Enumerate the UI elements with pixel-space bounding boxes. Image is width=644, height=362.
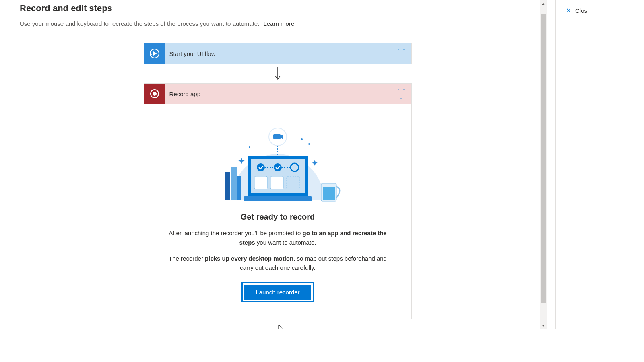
svg-point-16 — [274, 163, 282, 171]
text: After launching the recorder you'll be p… — [169, 230, 302, 237]
step-menu-button[interactable]: · · · — [395, 85, 411, 102]
record-paragraph-1: After launching the recorder you'll be p… — [169, 229, 387, 247]
svg-rect-28 — [323, 187, 335, 200]
launch-button-focus-ring: Launch recorder — [242, 282, 314, 302]
vertical-scrollbar[interactable]: ▲ ▼ — [540, 0, 547, 329]
svg-rect-25 — [231, 167, 237, 200]
page-subtitle: Use your mouse and keyboard to recreate … — [20, 20, 259, 27]
close-label: Clos — [575, 7, 587, 14]
text: The recorder — [169, 255, 205, 262]
cursor-icon — [277, 324, 285, 329]
step-header: Start your UI flow · · · — [144, 43, 411, 64]
close-icon: ✕ — [566, 7, 571, 14]
step-label: Start your UI flow — [165, 50, 395, 57]
launch-recorder-button[interactable]: Launch recorder — [244, 285, 311, 300]
step-start-ui-flow[interactable]: Start your UI flow · · · — [144, 43, 412, 64]
svg-rect-10 — [273, 134, 281, 139]
step-header[interactable]: Record app · · · — [144, 84, 411, 104]
record-paragraph-2: The recorder picks up every desktop moti… — [169, 254, 387, 272]
svg-point-8 — [249, 146, 250, 148]
right-panel: ✕ Clos — [555, 0, 644, 329]
record-body: Get ready to record After launching the … — [144, 104, 411, 319]
page-subtitle-row: Use your mouse and keyboard to recreate … — [20, 20, 536, 27]
flow-canvas: Start your UI flow · · · Record app — [144, 43, 412, 319]
scrollbar-thumb[interactable] — [541, 14, 546, 303]
svg-point-7 — [301, 138, 303, 140]
record-heading: Get ready to record — [169, 212, 387, 222]
scroll-down-arrow-icon[interactable]: ▼ — [540, 322, 547, 329]
svg-rect-26 — [237, 176, 242, 200]
learn-more-link[interactable]: Learn more — [264, 20, 295, 27]
svg-point-5 — [153, 92, 157, 96]
play-circle-icon — [144, 43, 165, 64]
svg-rect-23 — [244, 196, 312, 201]
svg-rect-21 — [270, 176, 283, 189]
svg-rect-24 — [225, 172, 230, 200]
svg-point-6 — [308, 143, 310, 145]
recorder-illustration — [209, 116, 346, 204]
step-menu-button[interactable]: · · · — [395, 45, 411, 62]
step-record-app: Record app · · · — [144, 83, 412, 319]
svg-point-15 — [257, 163, 265, 171]
text: you want to automate. — [255, 239, 316, 246]
record-circle-icon — [144, 84, 165, 104]
page-content: Record and edit steps Use your mouse and… — [10, 0, 545, 329]
svg-marker-1 — [153, 51, 157, 56]
arrow-down-icon — [144, 66, 412, 81]
page-title: Record and edit steps — [20, 3, 536, 14]
text-bold: picks up every desktop motion — [205, 255, 293, 262]
scroll-up-arrow-icon[interactable]: ▲ — [540, 0, 547, 7]
step-label: Record app — [165, 90, 395, 97]
scrollbar-track[interactable] — [540, 7, 547, 322]
svg-rect-20 — [254, 176, 267, 189]
close-button[interactable]: ✕ Clos — [560, 2, 593, 19]
